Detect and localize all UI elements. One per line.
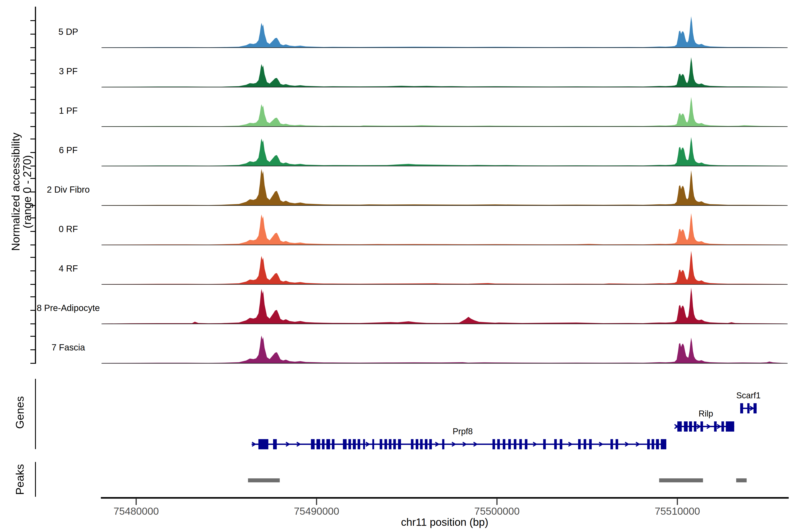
track-label: 2 Div Fibro [47, 185, 90, 194]
gene-exon [442, 439, 444, 449]
gene-exon [503, 439, 506, 449]
peak-region-bar [736, 478, 746, 482]
gene-exon [514, 439, 516, 449]
peaks-layer [248, 478, 747, 482]
gene-exon [754, 403, 757, 413]
track-row-1-pf: 1 PF [59, 97, 787, 127]
gene-exon [647, 439, 650, 449]
x-axis-tick-label: 75490000 [294, 506, 339, 517]
gene-exon [273, 439, 277, 449]
track-label: 0 RF [59, 224, 78, 234]
track-signal-area [101, 169, 787, 206]
gene-exon [384, 439, 387, 449]
gene-exon [519, 439, 522, 449]
gene-exon [430, 439, 432, 449]
gene-model-rilp: Rilp [674, 409, 734, 432]
gene-label: Scarf1 [736, 391, 761, 400]
gene-exon [694, 421, 697, 432]
track-label: 3 PF [59, 66, 78, 76]
peak-region-bar [248, 478, 280, 482]
track-row-5-dp: 5 DP [58, 16, 787, 48]
track-row-0-rf: 0 RF [59, 213, 787, 245]
gene-exon [610, 439, 613, 449]
track-row-6-pf: 6 PF [59, 137, 787, 166]
y-axis-label-line1: Normalized accessibility [10, 133, 22, 251]
gene-exon [615, 439, 618, 449]
gene-exon [380, 439, 382, 449]
gene-exon [701, 421, 703, 432]
gene-exon [420, 439, 423, 449]
gene-exon [326, 439, 330, 449]
gene-model-scarf1: Scarf1 [736, 391, 761, 413]
gene-exon [684, 421, 688, 432]
gene-exon [554, 439, 557, 449]
gene-exon [543, 439, 546, 449]
x-axis-tick-label: 75500000 [474, 506, 520, 517]
gene-model-prpf8: Prpf8 [252, 427, 666, 449]
gene-exon [652, 439, 654, 449]
track-label: 5 DP [58, 27, 78, 37]
gene-exon [393, 439, 396, 449]
gene-exon [560, 439, 563, 449]
gene-exon [747, 403, 749, 413]
gene-exon [389, 439, 392, 449]
x-axis-layer: 75480000754900007550000075510000 [101, 498, 789, 517]
track-signal-area [101, 213, 787, 245]
accessibility-genome-browser-figure: 5 DP3 PF1 PF6 PF2 Div Fibro0 RF4 RF8 Pre… [0, 0, 798, 532]
genes-layer: Scarf1RilpPrpf8 [252, 391, 761, 449]
gene-exon [722, 421, 724, 432]
track-signal-area [101, 97, 787, 127]
figure-canvas: 5 DP3 PF1 PF6 PF2 Div Fibro0 RF4 RF8 Pre… [0, 0, 798, 532]
track-row-8-pre-adipocyte: 8 Pre-Adipocyte [37, 287, 787, 324]
tracks-layer: 5 DP3 PF1 PF6 PF2 Div Fibro0 RF4 RF8 Pre… [37, 16, 787, 363]
gene-exon [411, 439, 414, 449]
track-label: 6 PF [59, 145, 78, 155]
gene-exon [259, 439, 268, 449]
track-signal-area [101, 57, 787, 87]
gene-exon [317, 439, 320, 449]
gene-exon [332, 439, 335, 449]
track-row-2-div-fibro: 2 Div Fibro [47, 169, 787, 206]
gene-exon [373, 439, 374, 449]
gene-exon [398, 439, 401, 449]
track-signal-area [101, 336, 787, 363]
gene-exon [578, 439, 581, 449]
gene-exon [493, 439, 495, 449]
track-label: 4 RF [59, 264, 78, 273]
gene-exon [353, 439, 356, 449]
gene-exon [425, 439, 428, 449]
track-row-3-pf: 3 PF [59, 57, 787, 87]
gene-exon [656, 439, 659, 449]
track-row-4-rf: 4 RF [59, 251, 787, 284]
peak-region-bar [659, 478, 703, 482]
track-signal-area [101, 251, 787, 284]
gene-exon [322, 439, 325, 449]
x-axis-tick-label: 75510000 [654, 506, 700, 517]
track-label: 8 Pre-Adipocyte [37, 303, 100, 313]
gene-label: Rilp [699, 409, 713, 418]
gene-exon [740, 403, 743, 413]
x-axis-tick-label: 75480000 [114, 506, 159, 517]
gene-exon [726, 421, 734, 432]
gene-exon [343, 439, 347, 449]
gene-exon [348, 439, 351, 449]
gene-exon [661, 439, 666, 449]
gene-exon [358, 439, 360, 449]
track-label: 7 Fascia [52, 342, 85, 352]
gene-exon [497, 439, 500, 449]
gene-exon [508, 439, 511, 449]
gene-exon [311, 439, 315, 449]
genes-section-label: Genes [14, 396, 26, 429]
gene-exon [363, 439, 365, 449]
gene-exon [416, 439, 418, 449]
peaks-section-label: Peaks [14, 464, 26, 495]
gene-label: Prpf8 [453, 427, 473, 436]
track-signal-area [101, 137, 787, 166]
x-axis-title: chr11 position (bp) [401, 516, 488, 528]
track-signal-area [101, 16, 787, 48]
gene-exon [714, 421, 717, 432]
track-row-7-fascia: 7 Fascia [52, 336, 787, 363]
y-axis-label-line2: (range 0 - 270) [21, 155, 34, 229]
gene-exon [584, 439, 586, 449]
track-signal-area [101, 287, 787, 324]
